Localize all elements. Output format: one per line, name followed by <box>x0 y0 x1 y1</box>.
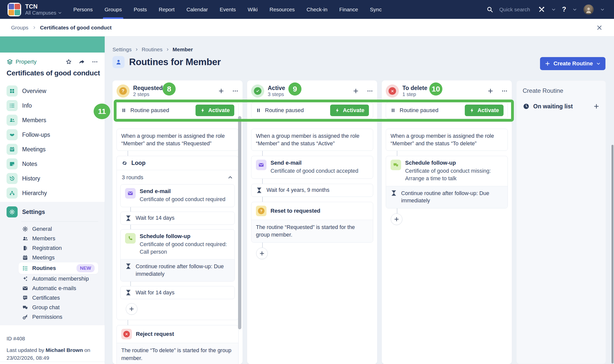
activate-button[interactable]: Activate <box>330 105 369 116</box>
sidebar-item-members[interactable]: Members <box>7 113 98 127</box>
sidebar-item-notes[interactable]: Notes <box>7 157 98 171</box>
connector <box>130 282 131 286</box>
breadcrumb-settings[interactable]: Settings <box>112 47 132 53</box>
step-reset-to-requested[interactable]: ? Reset to requested The routine “Reques… <box>251 202 373 243</box>
step-send-email[interactable]: Send e-mail Certificate of good conduct … <box>251 156 373 179</box>
more-options-icon[interactable] <box>232 88 239 94</box>
settings-item-general[interactable]: General <box>7 224 98 234</box>
chevron-right-icon <box>135 48 139 52</box>
add-waiting-routine-icon[interactable] <box>593 103 600 110</box>
gear-icon <box>22 226 28 232</box>
loop-card[interactable]: Loop 3 rounds Send e-mail Certificate of… <box>117 156 239 320</box>
page-scrollbar[interactable] <box>611 145 613 363</box>
search-icon[interactable] <box>486 6 493 13</box>
chevron-down-icon[interactable] <box>572 7 577 12</box>
tools-icon[interactable] <box>538 6 545 13</box>
nav-item-wiki[interactable]: Wiki <box>248 0 258 19</box>
settings-item-certificates[interactable]: Certificates <box>7 293 98 303</box>
group-type-label: Property <box>16 59 36 65</box>
step-wait[interactable]: Wait for 4 years, 9 months <box>251 184 373 197</box>
trigger-card[interactable]: When a group member is assigned the role… <box>117 129 239 151</box>
settings-item-permissions[interactable]: Permissions <box>7 312 98 322</box>
star-icon[interactable] <box>65 59 72 65</box>
step-reject-request[interactable]: Reject request The routine “To delete” i… <box>117 325 239 364</box>
sidebar-item-overview[interactable]: Overview <box>7 84 98 98</box>
collapse-icon[interactable] <box>227 174 233 180</box>
trigger-card[interactable]: When a group member is assigned the role… <box>386 129 508 151</box>
sidebar-item-followups[interactable]: Follow-ups <box>7 127 98 142</box>
add-step-icon[interactable] <box>487 88 494 94</box>
step-wait[interactable]: Wait for 14 days <box>120 286 235 299</box>
on-waiting-list-item[interactable]: On waiting list <box>523 103 600 110</box>
add-step-icon[interactable] <box>353 88 359 94</box>
more-options-icon[interactable] <box>367 88 373 94</box>
step-wait[interactable]: Wait for 14 days <box>120 212 235 225</box>
sidebar-item-hierarchy[interactable]: Hierarchy <box>7 186 98 200</box>
nav-item-calendar[interactable]: Calendar <box>186 0 208 19</box>
column-scrollbar[interactable] <box>238 116 241 329</box>
activate-button[interactable]: Activate <box>465 105 504 116</box>
help-icon[interactable]: ? <box>562 6 566 13</box>
settings-item-members[interactable]: Members <box>7 234 98 243</box>
step-schedule-followup[interactable]: Schedule follow-up Certificate of good c… <box>120 229 235 282</box>
quick-search-label[interactable]: Quick search <box>499 7 530 13</box>
sidebar-item-history[interactable]: History <box>7 171 98 186</box>
sidebar-item-meetings[interactable]: Meetings <box>7 142 98 157</box>
more-options-icon[interactable] <box>501 88 508 94</box>
user-avatar[interactable] <box>583 4 594 15</box>
hourglass-icon <box>125 289 132 296</box>
calendar-icon <box>22 255 28 261</box>
add-step-icon[interactable] <box>218 88 224 94</box>
nav-item-sync[interactable]: Sync <box>370 0 382 19</box>
chevron-down-icon[interactable] <box>600 7 605 12</box>
sidebar-item-settings[interactable]: Settings <box>7 205 98 219</box>
certificate-icon <box>22 295 28 301</box>
step-title: Send e-mail <box>271 160 358 166</box>
calendar-icon <box>7 144 18 155</box>
step-label: Continue routine after follow-up: Due im… <box>401 190 503 205</box>
step-title: Schedule follow-up <box>405 160 503 166</box>
sidebar-item-label: Members <box>22 117 46 124</box>
step-schedule-followup[interactable]: Schedule follow-up Certificate of good c… <box>386 156 508 208</box>
settings-item-group-chat[interactable]: Group chat <box>7 303 98 312</box>
group-sidebar: Property Certificates of good conduct Ov… <box>0 36 105 364</box>
sidebar-item-info[interactable]: Info <box>7 98 98 113</box>
envelope-icon <box>125 188 136 199</box>
settings-item-automatic-membership[interactable]: Automatic membership <box>7 274 98 284</box>
settings-item-routines[interactable]: RoutinesNEW <box>19 262 98 274</box>
close-icon[interactable] <box>596 24 603 31</box>
step-send-email[interactable]: Send e-mail Certificate of good conduct … <box>120 184 235 207</box>
add-step-button[interactable] <box>391 213 402 225</box>
breadcrumb-groups[interactable]: Groups <box>11 25 28 31</box>
settings-item-meetings[interactable]: Meetings <box>7 253 98 262</box>
share-icon[interactable] <box>79 59 85 65</box>
settings-item-registration[interactable]: Registration <box>7 243 98 253</box>
brand-block[interactable]: TCN All Campuses <box>25 3 62 16</box>
app-logo-icon[interactable] <box>8 3 21 16</box>
step-subtitle: Certificate of good conduct missing: Arr… <box>405 167 503 182</box>
nav-item-finance[interactable]: Finance <box>339 0 358 19</box>
add-step-in-loop-button[interactable] <box>126 303 137 315</box>
activate-button[interactable]: Activate <box>196 105 234 116</box>
pause-icon <box>390 107 396 113</box>
create-routine-button[interactable]: Create Routine <box>540 57 605 70</box>
campus-selector-label[interactable]: All Campuses <box>25 10 56 16</box>
nav-item-posts[interactable]: Posts <box>134 0 147 19</box>
step-title: Schedule follow-up <box>140 233 230 240</box>
nav-item-groups[interactable]: Groups <box>104 0 122 19</box>
nav-item-resources[interactable]: Resources <box>270 0 295 19</box>
column-title: To delete <box>402 85 427 92</box>
connector <box>130 207 131 212</box>
nav-item-events[interactable]: Events <box>220 0 236 19</box>
nav-item-persons[interactable]: Persons <box>73 0 93 19</box>
settings-item-automatic-emails[interactable]: Automatic e-mails <box>7 284 98 293</box>
more-options-icon[interactable] <box>92 59 98 65</box>
trigger-card[interactable]: When a group member is assigned the role… <box>251 129 373 151</box>
breadcrumb-routines[interactable]: Routines <box>142 47 163 53</box>
nav-item-checkin[interactable]: Check-in <box>306 0 327 19</box>
chevron-down-icon[interactable] <box>551 7 556 12</box>
add-step-button[interactable] <box>256 248 268 259</box>
routine-paused-banner: Routine paused Activate <box>386 102 508 119</box>
nav-item-report[interactable]: Report <box>159 0 175 19</box>
hourglass-icon <box>125 215 132 221</box>
